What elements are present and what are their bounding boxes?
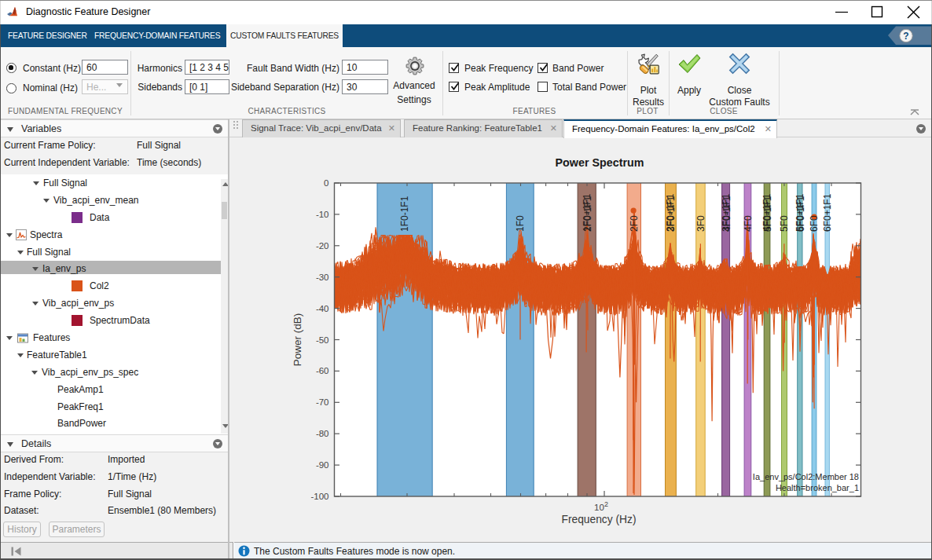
svg-text:1F0: 1F0 <box>515 215 526 232</box>
svg-text:6F0-1F1: 6F0-1F1 <box>795 196 806 232</box>
svg-text:2F0-1F1: 2F0-1F1 <box>582 196 593 232</box>
svg-text:-50: -50 <box>316 335 329 345</box>
svg-text:-70: -70 <box>316 397 329 407</box>
svg-text:-100: -100 <box>310 492 328 501</box>
svg-text:4F0: 4F0 <box>743 215 754 232</box>
svg-text:4F0-1F1: 4F0-1F1 <box>721 196 732 232</box>
svg-text:0: 0 <box>324 178 328 188</box>
svg-text:6F0+1F1: 6F0+1F1 <box>822 193 833 232</box>
svg-text:Frequency (Hz): Frequency (Hz) <box>561 514 636 525</box>
svg-text:Ia_env_ps/Col2:Member 18: Ia_env_ps/Col2:Member 18 <box>753 472 859 481</box>
svg-text:2F0: 2F0 <box>629 215 640 232</box>
svg-text:-40: -40 <box>316 304 329 313</box>
svg-text:-90: -90 <box>316 460 329 470</box>
svg-text:3F0-1F1: 3F0-1F1 <box>666 196 677 232</box>
svg-text:Health=broken_bar_1: Health=broken_bar_1 <box>776 483 859 492</box>
svg-text:1F0-1F1: 1F0-1F1 <box>399 196 410 232</box>
svg-text:5F0-1F1: 5F0-1F1 <box>762 196 773 232</box>
svg-text:-60: -60 <box>316 366 329 375</box>
svg-text:5F0: 5F0 <box>779 215 790 232</box>
svg-text:-10: -10 <box>316 210 329 219</box>
svg-text:-30: -30 <box>316 273 329 282</box>
svg-text:?: ? <box>903 31 908 42</box>
svg-text:3F0: 3F0 <box>695 215 706 232</box>
svg-text:-20: -20 <box>316 241 329 251</box>
svg-text:Power Spectrum: Power Spectrum <box>556 156 644 169</box>
svg-text:-80: -80 <box>316 429 329 438</box>
svg-text:Power (dB): Power (dB) <box>292 313 303 367</box>
svg-text:6F0: 6F0 <box>809 215 820 232</box>
